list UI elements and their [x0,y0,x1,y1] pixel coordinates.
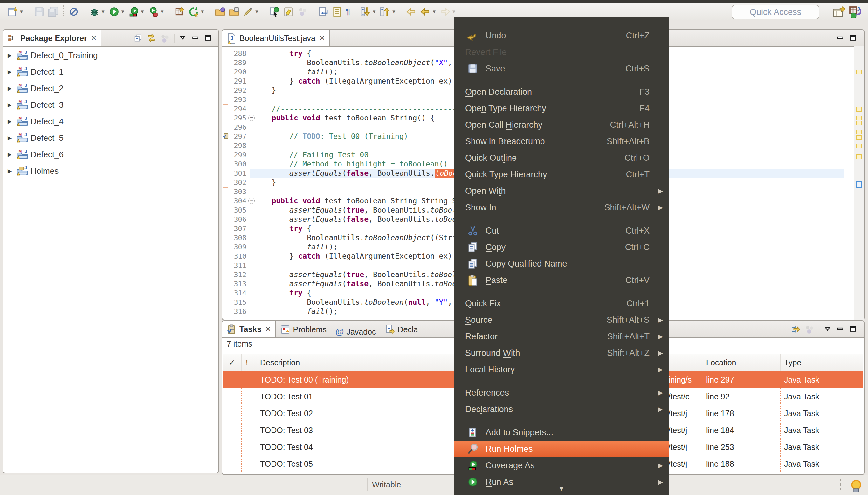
minimize-button[interactable] [192,34,200,42]
new-wizard-button[interactable]: ▼ [7,6,24,18]
tree-item-defect_2[interactable]: ▶MJ!Defect_2 [4,80,218,97]
open-perspective-button[interactable] [832,5,846,19]
tree-item-defect_6[interactable]: ▶MJ!Defect_6 [4,146,218,163]
menu-item-save[interactable]: SaveCtrl+S [454,61,669,77]
tree-item-defect_1[interactable]: ▶MJ!Defect_1 [4,64,218,80]
expand-arrow-icon[interactable]: ▶ [7,85,16,92]
expand-arrow-icon[interactable]: ▶ [7,69,16,75]
task-overview-marker[interactable] [856,121,862,125]
new-launch-config-dropdown-arrow[interactable]: ▼ [200,9,205,14]
column-header-check[interactable]: ✓ [229,354,235,371]
profile-button[interactable]: ▼ [147,6,165,18]
annotate-button[interactable]: ▼ [242,6,260,18]
menu-scroll-down-icon[interactable]: ▼ [454,483,669,494]
task-overview-marker[interactable] [856,116,862,120]
task-overview-marker[interactable] [856,130,862,134]
open-type-button[interactable] [214,6,226,18]
tab-decla[interactable]: Decla [381,321,422,338]
view-menu-button[interactable] [179,34,188,42]
coverage-dropdown-arrow[interactable]: ▼ [140,9,145,14]
menu-item-open-call-hierarchy[interactable]: Open Call HierarchyCtrl+Alt+H [454,117,669,133]
quick-access-input[interactable]: Quick Access [732,5,819,19]
run-dropdown-arrow[interactable]: ▼ [120,9,125,14]
previous-annotation-button[interactable]: ▼ [379,6,397,18]
menu-item-local-history[interactable]: Local History▶ [454,361,669,378]
menu-item-add-to-snippets[interactable]: Add to Snippets... [454,424,669,441]
menu-item-coverage-as[interactable]: Coverage As▶ [454,457,669,474]
show-outline-button[interactable] [331,6,343,18]
column-header-type[interactable]: Type [784,354,801,371]
menu-item-quick-fix[interactable]: Quick FixCtrl+1 [454,295,669,312]
fold-collapse-icon[interactable]: − [248,198,255,204]
menu-item-show-in[interactable]: Show InShift+Alt+W▶ [454,199,669,216]
link-with-editor-button[interactable] [146,33,157,44]
filter-button[interactable] [791,324,802,335]
next-annotation-button[interactable]: ▼ [359,6,377,18]
minimize-button[interactable] [837,325,845,334]
overview-viewport-marker[interactable] [856,182,862,188]
expand-arrow-icon[interactable]: ▶ [7,151,16,158]
tree-item-defect_4[interactable]: ▶MJ!Defect_4 [4,113,218,130]
back-history-button[interactable] [405,6,417,18]
column-header-description[interactable]: Description [260,354,300,371]
menu-item-copy-qualified-name[interactable]: Copy Qualified Name [454,255,669,272]
menu-item-cut[interactable]: CutCtrl+X [454,222,669,239]
close-icon[interactable]: ✕ [91,34,97,42]
expand-arrow-icon[interactable]: ▶ [7,102,16,108]
tab-tasks[interactable]: Tasks✕ [222,321,276,337]
close-icon[interactable]: ✕ [319,34,325,42]
debug-button[interactable]: ▼ [88,6,106,18]
expand-arrow-icon[interactable]: ▶ [7,135,16,141]
toggle-mark-occurrences-button[interactable] [282,6,295,18]
collapse-all-button[interactable] [133,33,144,44]
debug-dropdown-arrow[interactable]: ▼ [101,9,105,14]
menu-item-surround-with[interactable]: Surround WithShift+Alt+Z▶ [454,345,669,361]
minimize-button[interactable] [837,34,845,42]
menu-item-copy[interactable]: CopyCtrl+C [454,239,669,255]
menu-item-run-holmes[interactable]: Run Holmes [454,441,669,457]
last-edit-location-button[interactable] [317,6,329,18]
maximize-button[interactable] [850,325,858,334]
tree-item-holmes[interactable]: ▶J!Holmes [4,163,218,179]
new-launch-config-button[interactable]: ▼ [188,6,205,18]
fold-collapse-icon[interactable]: − [248,115,255,121]
menu-item-quick-outline[interactable]: Quick OutlineCtrl+O [454,150,669,166]
open-resource-button[interactable] [228,6,240,18]
menu-item-source[interactable]: SourceShift+Alt+S▶ [454,312,669,328]
menu-item-refactor[interactable]: RefactorShift+Alt+T▶ [454,328,669,345]
task-overview-marker[interactable] [856,143,862,148]
expand-arrow-icon[interactable]: ▶ [7,118,16,125]
task-overview-marker[interactable] [856,154,862,159]
tab-package-explorer[interactable]: Package Explorer✕ [3,30,101,46]
menu-item-show-in-breadcrumb[interactable]: Show in BreadcrumbShift+Alt+B [454,133,669,150]
back-dropdown-arrow[interactable]: ▼ [432,9,436,14]
next-annotation-dropdown-arrow[interactable]: ▼ [372,9,377,14]
close-icon[interactable]: ✕ [265,325,271,333]
tab-javadoc[interactable]: @Javadoc [331,324,380,340]
menu-item-undo[interactable]: UndoCtrl+Z [454,27,669,44]
task-overview-marker[interactable] [856,107,862,112]
skip-all-breakpoints-button[interactable] [68,6,80,18]
tree-item-defect_3[interactable]: ▶MJ!Defect_3 [4,97,218,113]
previous-annotation-dropdown-arrow[interactable]: ▼ [391,9,396,14]
show-whitespace-button[interactable]: ¶ [345,6,351,17]
annotate-dropdown-arrow[interactable]: ▼ [254,9,259,14]
menu-item-open-declaration[interactable]: Open DeclarationF3 [454,84,669,100]
open-task-button[interactable] [268,6,280,18]
maximize-button[interactable] [205,34,213,42]
task-overview-marker[interactable] [856,70,862,74]
column-header-priority[interactable]: ! [246,354,248,371]
menu-item-open-type-hierarchy[interactable]: Open Type HierarchyF4 [454,100,669,117]
run-button[interactable]: ▼ [108,6,126,18]
forward-dropdown-arrow[interactable]: ▼ [451,9,456,14]
view-menu-button[interactable] [824,325,832,334]
expand-arrow-icon[interactable]: ▶ [7,52,16,59]
menu-item-open-with[interactable]: Open With▶ [454,183,669,199]
coverage-button[interactable]: ▼ [128,6,146,18]
menu-item-declarations[interactable]: Declarations▶ [454,401,669,417]
java-perspective-button[interactable]: J [848,5,862,19]
menu-item-references[interactable]: References▶ [454,385,669,401]
tree-item-defect_0_training[interactable]: ▶MJ!Defect_0_Training [4,47,218,64]
tree-item-defect_5[interactable]: ▶MJ!Defect_5 [4,130,218,146]
column-header-location[interactable]: Location [706,354,736,371]
